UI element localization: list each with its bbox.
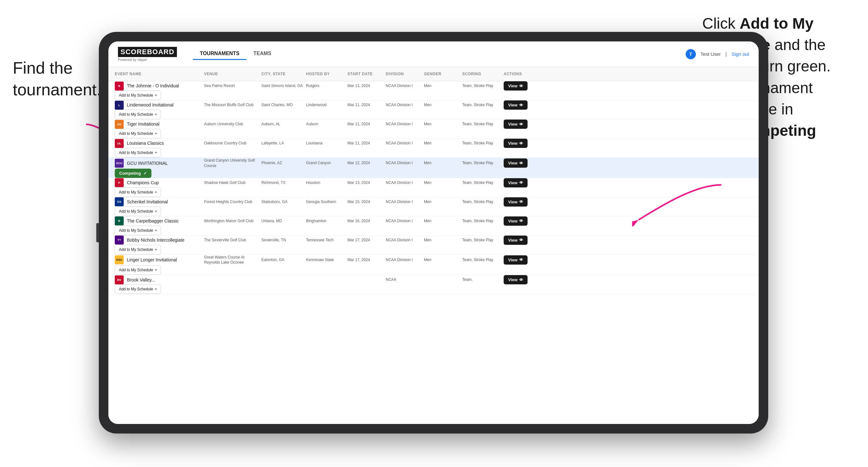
- table-row: HChampions CupShadow Hawk Golf ClubRichm…: [108, 178, 759, 197]
- city-state: Statesboro, GA: [261, 199, 306, 205]
- start-date: Mar 15, 2024: [347, 199, 386, 205]
- plus-icon: +: [155, 112, 157, 117]
- separator: |: [725, 51, 727, 57]
- add-to-schedule-button[interactable]: Add to My Schedule +: [115, 265, 161, 275]
- view-button[interactable]: View 👁: [504, 139, 528, 148]
- hosted-by: Kennesaw State: [306, 257, 347, 263]
- city-state: Eatonton, GA: [261, 257, 306, 263]
- view-button[interactable]: View 👁: [504, 255, 528, 264]
- event-name-cell: GCUGCU INVITATIONAL: [115, 159, 204, 168]
- plus-icon: +: [155, 131, 157, 136]
- plus-icon: +: [155, 228, 157, 233]
- view-button[interactable]: View 👁: [504, 178, 528, 187]
- eye-icon: 👁: [519, 103, 523, 107]
- table-row: AUTiger InvitationalAuburn University Cl…: [108, 120, 759, 139]
- gender: Men: [424, 160, 462, 166]
- col-start-date: START DATE: [347, 72, 386, 76]
- plus-icon: +: [155, 190, 157, 194]
- actions-cell: View 👁: [504, 120, 561, 129]
- col-division: DIVISION: [386, 72, 424, 76]
- eye-icon: 👁: [519, 278, 523, 282]
- competing-cell: Add to My Schedule +: [115, 284, 204, 294]
- gender: Men: [424, 199, 462, 205]
- start-date: Mar 13, 2024: [347, 180, 386, 186]
- add-to-schedule-button[interactable]: Add to My Schedule +: [115, 148, 161, 157]
- division: NCAA Division I: [386, 199, 424, 205]
- competing-cell: Add to My Schedule +: [115, 129, 204, 138]
- view-button[interactable]: View 👁: [504, 216, 528, 226]
- plus-icon: +: [155, 209, 157, 214]
- scoring: Team, Stroke Play: [462, 180, 504, 186]
- add-to-schedule-button[interactable]: Add to My Schedule +: [115, 245, 161, 254]
- view-button[interactable]: View 👁: [504, 81, 528, 91]
- scoring: Team, Stroke Play: [462, 141, 504, 146]
- view-button[interactable]: View 👁: [504, 120, 528, 129]
- add-to-schedule-button[interactable]: Add to My Schedule +: [115, 110, 161, 119]
- event-name: Tiger Invitational: [127, 121, 159, 127]
- plus-icon: +: [155, 247, 157, 252]
- add-to-schedule-button[interactable]: Add to My Schedule +: [115, 187, 161, 197]
- table-row: KSULinger Longer InvitationalGreat Water…: [108, 255, 759, 275]
- top-bar: SCOREBOARD Powered by clippd TOURNAMENTS…: [108, 41, 759, 67]
- gender: Men: [424, 141, 462, 146]
- view-button[interactable]: View 👁: [504, 100, 528, 110]
- eye-icon: 👁: [519, 84, 523, 88]
- team-logo: GS: [115, 197, 124, 206]
- view-button[interactable]: View 👁: [504, 275, 528, 284]
- checkmark-icon: ✓: [144, 171, 147, 176]
- city-state: Sevierville, TN: [261, 238, 306, 243]
- table-row: GSSchenkel InvitationalForest Heights Co…: [108, 197, 759, 216]
- team-logo: L: [115, 101, 124, 110]
- view-button[interactable]: View 👁: [504, 158, 528, 168]
- table-row: ULLouisiana ClassicsOakbourne Country Cl…: [108, 139, 759, 158]
- col-gender: GENDER: [424, 72, 462, 76]
- team-logo: AU: [115, 120, 124, 129]
- add-to-schedule-button[interactable]: Add to My Schedule +: [115, 226, 161, 235]
- start-date: Mar 11, 2024: [347, 102, 386, 108]
- hosted-by: Georgia Southern: [306, 199, 347, 205]
- table-row: LLindenwood InvitationalThe Missouri Blu…: [108, 100, 759, 120]
- venue: Auburn University Club: [204, 121, 261, 127]
- start-date: Mar 17, 2024: [347, 257, 386, 263]
- venue: Forest Heights Country Club: [204, 199, 261, 205]
- venue: Shadow Hawk Golf Club: [204, 180, 261, 186]
- nav-tab-teams[interactable]: TEAMS: [246, 48, 278, 60]
- add-to-schedule-button[interactable]: Add to My Schedule +: [115, 284, 161, 294]
- nav-tab-tournaments[interactable]: TOURNAMENTS: [193, 48, 246, 60]
- city-state: Richmond, TX: [261, 180, 306, 186]
- division: NCAA: [386, 277, 424, 282]
- gender: Men: [424, 180, 462, 186]
- add-to-schedule-button[interactable]: Add to My Schedule +: [115, 129, 161, 138]
- user-name: Test User: [701, 51, 721, 57]
- user-area: T Test User | Sign out: [686, 49, 749, 59]
- event-name: The Carpetbagger Classic: [127, 218, 179, 224]
- user-avatar: T: [686, 49, 696, 59]
- view-button[interactable]: View 👁: [504, 197, 528, 207]
- scoring: Team, Stroke Play: [462, 102, 504, 108]
- view-button[interactable]: View 👁: [504, 236, 528, 245]
- hosted-by: Binghamton: [306, 218, 347, 224]
- scoring: Team, Stroke Play: [462, 160, 504, 166]
- add-to-schedule-button[interactable]: Add to My Schedule +: [115, 207, 161, 216]
- city-state: Urbana, MD: [261, 218, 306, 224]
- add-to-schedule-button[interactable]: Add to My Schedule +: [115, 91, 161, 100]
- actions-cell: View 👁: [504, 255, 561, 264]
- event-name-cell: RThe Johnnie - O Individual: [115, 82, 204, 91]
- team-logo: GCU: [115, 159, 124, 168]
- division: NCAA Division I: [386, 160, 424, 166]
- scoring: Team, Stroke Play: [462, 238, 504, 243]
- actions-cell: View 👁: [504, 197, 561, 207]
- event-name: Louisiana Classics: [127, 140, 164, 146]
- competing-cell: Add to My Schedule +: [115, 265, 204, 275]
- table-row: RThe Johnnie - O IndividualSea Palms Res…: [108, 81, 759, 100]
- team-logo: H: [115, 178, 124, 187]
- city-state: Lafayette, LA: [261, 141, 306, 146]
- competing-button[interactable]: Competing ✓: [115, 168, 151, 178]
- eye-icon: 👁: [519, 219, 523, 223]
- actions-cell: View 👁: [504, 178, 561, 187]
- sign-out-link[interactable]: Sign out: [732, 51, 749, 57]
- actions-cell: View 👁: [504, 100, 561, 110]
- plus-icon: +: [155, 151, 157, 155]
- event-name-cell: GSSchenkel Invitational: [115, 197, 204, 206]
- venue: Oakbourne Country Club: [204, 141, 261, 146]
